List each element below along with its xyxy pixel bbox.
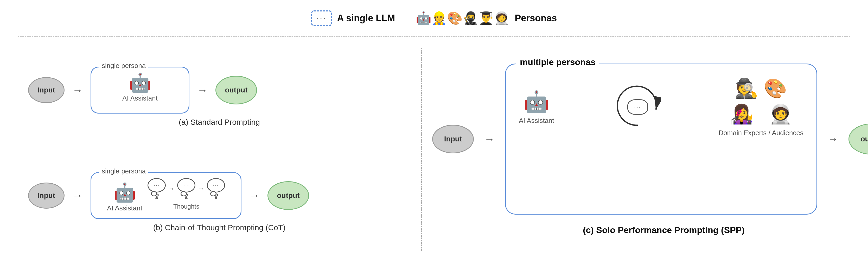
cot-inner: 🤖 AI Assistant ··· xyxy=(107,178,225,212)
diagram-a-persona-name: AI Assistant xyxy=(122,94,158,102)
diagram-b-ai-emoji: 🤖 xyxy=(114,183,136,202)
thought-arrow-1: → xyxy=(168,185,175,192)
thought-bubble-2: ··· xyxy=(177,178,195,192)
thought-arrow-2: → xyxy=(198,185,204,192)
legend: ··· A single LLM 🤖👷🎨🥷👨‍🎓🧑‍🚀 Personas xyxy=(311,0,557,34)
diagram-b-box-label: single persona xyxy=(99,167,148,175)
diagram-b-arrow1: → xyxy=(72,190,83,201)
diagram-a-arrow2: → xyxy=(197,85,208,95)
legend-llm-label: A single LLM xyxy=(337,13,395,24)
personas-grid: 🕵️ 🎨 👩‍🎤 🧑‍🚀 Domain Experts / Audiences xyxy=(718,77,803,137)
persona-detective: 🕵️ xyxy=(735,77,758,100)
spp-output: output xyxy=(848,123,868,155)
diagram-a-output: output xyxy=(215,76,257,104)
persona-artist: 🎨 xyxy=(764,77,787,100)
diagram-a-row: Input → single persona 🤖 AI Assistant → … xyxy=(28,67,411,113)
diagram-a-box: single persona 🤖 AI Assistant xyxy=(91,67,189,113)
diagram-a-persona-emoji: 🤖 xyxy=(129,73,151,93)
diagram-b-row: Input → single persona 🤖 AI Assistant xyxy=(28,172,411,219)
horizontal-divider xyxy=(18,36,850,37)
thought-bubble-3: ··· xyxy=(207,178,225,192)
thought-bubble-1: ··· xyxy=(148,178,166,192)
spp-ai-emoji: 🤖 xyxy=(524,89,550,114)
legend-dots: ··· xyxy=(316,13,327,23)
spp-box-label: multiple personas xyxy=(516,57,599,67)
diagram-b-ai-name: AI Assistant xyxy=(107,204,142,212)
legend-llm-box: ··· xyxy=(311,10,332,26)
spp-box: multiple personas 🤖 AI Assistant xyxy=(505,63,817,215)
legend-llm: ··· A single LLM xyxy=(311,10,395,26)
diagram-b-output: output xyxy=(268,181,309,210)
personas-row1: 🕵️ 🎨 xyxy=(735,77,787,100)
diagram-a-input: Input xyxy=(28,77,65,103)
diagram-a-box-label: single persona xyxy=(99,62,148,70)
diagram-b-container: Input → single persona 🤖 AI Assistant xyxy=(28,172,411,232)
thoughts-label: Thoughts xyxy=(173,203,199,210)
spp-arrow1: → xyxy=(484,134,495,144)
cot-ai: 🤖 AI Assistant xyxy=(107,183,142,212)
spp-caption: (c) Solo Performance Prompting (SPP) xyxy=(583,225,745,235)
legend-personas: 🤖👷🎨🥷👨‍🎓🧑‍🚀 Personas xyxy=(416,11,557,26)
circular-arrow: ··· xyxy=(614,84,661,131)
personas-row2: 👩‍🎤 🧑‍🚀 xyxy=(730,103,792,125)
legend-personas-label: Personas xyxy=(515,13,557,24)
main-container: ··· A single LLM 🤖👷🎨🥷👨‍🎓🧑‍🚀 Personas Inp… xyxy=(0,0,868,275)
speech-bubble: ··· xyxy=(627,99,648,115)
spp-ai-name: AI Assistant xyxy=(519,117,554,125)
spp-experts-label: Domain Experts / Audiences xyxy=(718,129,803,137)
cot-thoughts: ··· → ··· xyxy=(148,178,225,210)
right-panel: Input → multiple personas 🤖 AI Assistant xyxy=(422,43,868,256)
persona-graduate: 👩‍🎤 xyxy=(730,103,753,125)
content-row: Input → single persona 🤖 AI Assistant → … xyxy=(18,43,850,256)
spp-input: Input xyxy=(432,125,474,154)
diagram-b-arrow2: → xyxy=(249,190,260,201)
persona-astronaut: 🧑‍🚀 xyxy=(769,103,792,125)
left-panel: Input → single persona 🤖 AI Assistant → … xyxy=(18,43,421,256)
diagram-b-box: single persona 🤖 AI Assistant xyxy=(91,172,242,219)
diagram-a-arrow1: → xyxy=(72,85,83,95)
diagram-b-caption: (b) Chain-of-Thought Prompting (CoT) xyxy=(28,223,411,232)
spp-arrow2: → xyxy=(828,134,838,144)
thoughts-group: ··· → ··· xyxy=(148,178,225,199)
legend-personas-icons: 🤖👷🎨🥷👨‍🎓🧑‍🚀 xyxy=(416,11,509,26)
diagram-a-caption: (a) Standard Prompting xyxy=(28,118,411,127)
spp-container: Input → multiple personas 🤖 AI Assistant xyxy=(432,63,868,215)
diagram-a-container: Input → single persona 🤖 AI Assistant → … xyxy=(28,67,411,127)
diagram-b-input: Input xyxy=(28,183,65,209)
